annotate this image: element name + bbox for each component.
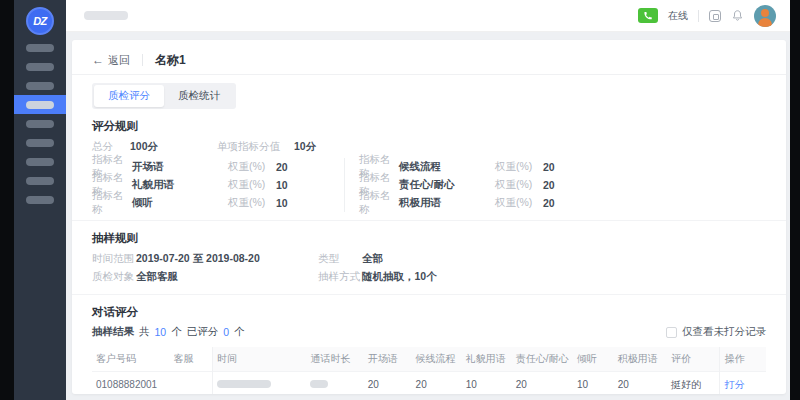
sidebar-item-2[interactable] <box>14 57 66 76</box>
field-label: 权重(%) <box>495 196 543 210</box>
section-title: 评分规则 <box>92 119 766 134</box>
cell-score: 20 <box>364 371 412 394</box>
field-value: 2019-07-20 至 2019-08-20 <box>136 252 260 266</box>
summary-text: 个 <box>171 325 182 339</box>
field-label: 权重(%) <box>228 196 276 210</box>
indicator-name: 责任心/耐心 <box>399 178 495 192</box>
sidebar-item-6[interactable] <box>14 133 66 152</box>
field-value: 全部客服 <box>136 270 178 284</box>
col-header-opening: 开场语 <box>364 347 412 371</box>
nav-placeholder <box>26 120 54 128</box>
indicator-row: 指标名称 积极用语 权重(%) 20 <box>359 194 555 212</box>
indicator-column-right: 指标名称 候线流程 权重(%) 20 指标名称 责任心/耐心 权重(%) 20 <box>344 158 555 212</box>
sidebar: DZ <box>14 0 66 400</box>
nav-placeholder <box>26 196 54 204</box>
totals-row: 总分 100分 单项指标分值 10分 <box>92 138 766 156</box>
back-label: 返回 <box>108 53 130 68</box>
sidebar-item-5[interactable] <box>14 114 66 133</box>
sampling-summary: 抽样结果 共 10 个 已评分 0 个 <box>92 325 245 339</box>
field-label: 总分 <box>92 140 130 154</box>
nav-placeholder <box>26 139 54 147</box>
divider <box>698 10 699 22</box>
unscored-filter[interactable]: 仅查看未打分记录 <box>666 325 766 339</box>
field-value: 全部 <box>362 252 383 266</box>
back-button[interactable]: ← 返回 <box>92 53 130 68</box>
cell-evaluation: 挺好的 <box>667 371 720 394</box>
field-label: 权重(%) <box>495 160 543 174</box>
sidebar-item-9[interactable] <box>14 190 66 209</box>
field-value: 100分 <box>130 140 175 154</box>
unscored-filter-label: 仅查看未打分记录 <box>682 325 766 339</box>
col-header-time: 时间 <box>213 347 307 371</box>
field-value: 10分 <box>294 140 316 154</box>
breadcrumb-placeholder <box>84 11 128 20</box>
indicator-weight: 10 <box>276 179 288 191</box>
divider <box>72 294 786 295</box>
sidebar-item-3[interactable] <box>14 76 66 95</box>
col-header-duration: 通话时长 <box>306 347 363 371</box>
avatar-figure <box>761 9 769 17</box>
field-label: 时间范围 <box>92 252 136 266</box>
summary-total-count: 10 <box>155 326 167 338</box>
time-placeholder <box>217 380 271 388</box>
indicator-name: 礼貌用语 <box>132 178 228 192</box>
nav-placeholder <box>26 177 54 185</box>
col-header-politeness: 礼貌用语 <box>462 347 512 371</box>
page-title: 名称1 <box>155 52 186 69</box>
field-label: 权重(%) <box>495 178 543 192</box>
apps-icon[interactable] <box>709 10 721 22</box>
divider <box>72 74 786 75</box>
app-logo[interactable]: DZ <box>26 7 54 35</box>
dialog-scoring-table: 客户号码 客服 时间 通话时长 开场语 候线流程 礼貌用语 责任心/耐心 倾听 … <box>92 347 766 394</box>
col-header-agent: 客服 <box>170 347 213 371</box>
unscored-filter-checkbox[interactable] <box>666 327 677 338</box>
status-label: 在线 <box>668 9 688 23</box>
sidebar-item-1[interactable] <box>14 38 66 57</box>
indicator-name: 积极用语 <box>399 196 495 210</box>
field-value: 随机抽取，10个 <box>362 270 437 284</box>
tab-bar: 质检评分 质检统计 <box>92 83 236 109</box>
col-header-responsibility: 责任心/耐心 <box>512 347 573 371</box>
avatar-figure <box>758 18 772 27</box>
field-label: 单项指标分值 <box>217 140 280 154</box>
summary-text: 个 <box>234 325 245 339</box>
sampling-row: 时间范围 2019-07-20 至 2019-08-20 类型 全部 <box>92 250 766 268</box>
tab-quality-score[interactable]: 质检评分 <box>94 85 164 107</box>
phone-icon <box>643 11 653 21</box>
back-arrow-icon: ← <box>92 53 104 67</box>
field-label: 抽样方式 <box>318 270 362 284</box>
cell-duration <box>306 371 363 394</box>
cell-phone: 01088882001 <box>92 371 170 394</box>
indicator-name: 候线流程 <box>399 160 495 174</box>
field-label: 权重(%) <box>228 160 276 174</box>
divider <box>142 54 143 66</box>
sidebar-item-4-active[interactable] <box>14 95 66 114</box>
indicator-weight: 20 <box>276 161 288 173</box>
col-header-listening: 倾听 <box>573 347 614 371</box>
summary-scored-count: 0 <box>223 326 229 338</box>
sidebar-item-8[interactable] <box>14 171 66 190</box>
field-label: 指标名称 <box>359 189 399 217</box>
score-action-link[interactable]: 打分 <box>724 379 744 390</box>
section-title: 对话评分 <box>92 305 766 320</box>
field-label: 类型 <box>318 252 362 266</box>
user-avatar[interactable] <box>754 5 776 27</box>
sampling-summary-row: 抽样结果 共 10 个 已评分 0 个 仅查看未打分记录 <box>92 322 766 342</box>
sidebar-item-7[interactable] <box>14 152 66 171</box>
cell-score: 20 <box>614 371 667 394</box>
nav-placeholder <box>26 63 54 71</box>
indicator-weight: 20 <box>543 161 555 173</box>
field-label: 指标名称 <box>92 189 132 217</box>
phone-status-button[interactable] <box>638 8 658 23</box>
detail-card: ← 返回 名称1 质检评分 质检统计 评分规则 总分 100分 <box>72 40 786 394</box>
cell-time <box>213 371 307 394</box>
sampling-row: 质检对象 全部客服 抽样方式 随机抽取，10个 <box>92 268 766 286</box>
col-header-action: 操作 <box>720 347 766 371</box>
indicator-weight: 10 <box>276 197 288 209</box>
cell-score: 20 <box>412 371 462 394</box>
bell-icon[interactable] <box>731 9 744 22</box>
dialog-scoring-section: 对话评分 抽样结果 共 10 个 已评分 0 个 <box>72 305 786 394</box>
tab-quality-stats[interactable]: 质检统计 <box>164 85 234 107</box>
field-label: 质检对象 <box>92 270 136 284</box>
nav-placeholder <box>26 158 54 166</box>
